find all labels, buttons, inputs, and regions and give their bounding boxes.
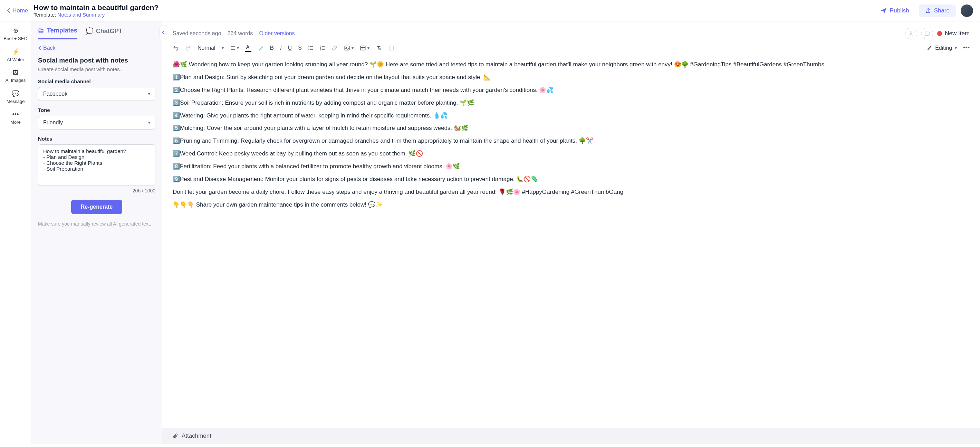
font-color-button[interactable] <box>245 45 251 51</box>
strikethrough-button[interactable]: S <box>298 45 302 51</box>
page-title[interactable]: How to maintain a beautiful garden? <box>33 3 159 12</box>
add-date-button[interactable] <box>921 28 933 40</box>
nav-ai-images[interactable]: 🖼 AI Images <box>6 69 26 83</box>
highlight-button[interactable] <box>258 45 264 51</box>
header-right: Publish Share <box>875 5 973 17</box>
body: ⊕ Brief + SEO ⚡ AI Writer 🖼 AI Images 💬 … <box>0 21 980 444</box>
chevron-down-icon: ▾ <box>955 46 957 51</box>
paragraph[interactable]: 8️⃣Fertilization: Feed your plants with … <box>173 162 970 172</box>
panel-tabs: 🗂 Templates 💭 ChatGPT <box>38 21 155 40</box>
share-button[interactable]: Share <box>919 5 956 17</box>
editing-mode-select[interactable]: Editing ▾ <box>927 45 957 51</box>
paragraph[interactable]: 4️⃣Watering: Give your plants the right … <box>173 111 970 121</box>
svg-rect-11 <box>389 46 393 50</box>
note-icon <box>388 45 395 51</box>
dots-icon: ••• <box>13 111 19 118</box>
svg-point-3 <box>309 47 309 48</box>
panel-subtitle: Create social media post with notes. <box>38 66 155 72</box>
tone-select[interactable]: Friendly ▾ <box>38 116 155 130</box>
older-versions-link[interactable]: Older versions <box>259 30 294 37</box>
nav-more[interactable]: ••• More <box>10 111 21 125</box>
paragraph[interactable]: 2️⃣Choose the Right Plants: Research dif… <box>173 85 970 95</box>
tab-templates[interactable]: 🗂 Templates <box>38 27 77 40</box>
svg-rect-1 <box>925 32 929 36</box>
numbered-list-button[interactable]: 123 <box>320 45 325 51</box>
chevron-left-icon <box>7 8 10 13</box>
templates-icon: 🗂 <box>38 27 44 34</box>
avatar[interactable] <box>961 5 973 17</box>
paragraph[interactable]: 1️⃣Plan and Design: Start by sketching o… <box>173 73 970 83</box>
bullet-list-button[interactable] <box>308 45 313 51</box>
align-button[interactable]: ▾ <box>230 45 239 51</box>
tone-label: Tone <box>38 107 155 113</box>
table-icon <box>360 45 366 51</box>
home-link[interactable]: Home <box>7 7 28 14</box>
tone-value: Friendly <box>43 119 63 126</box>
paragraph[interactable]: 6️⃣Pruning and Trimming: Regularly check… <box>173 136 970 146</box>
add-assignee-button[interactable] <box>905 28 917 40</box>
image-icon: 🖼 <box>13 69 19 76</box>
template-prefix: Template: <box>33 12 57 17</box>
editor-meta: Saved seconds ago 264 words Older versio… <box>162 21 980 40</box>
collapse-panel-button[interactable] <box>159 25 167 40</box>
paragraph[interactable]: 9️⃣Pest and Disease Management: Monitor … <box>173 175 970 185</box>
word-count: 264 words <box>228 30 253 37</box>
nav-message[interactable]: 💬 Message <box>6 90 25 104</box>
target-icon: ⊕ <box>13 27 18 35</box>
table-button[interactable]: ▾ <box>360 45 369 51</box>
clear-format-icon <box>376 45 382 51</box>
saved-status: Saved seconds ago <box>173 30 221 37</box>
paragraph[interactable]: 3️⃣Soil Preparation: Ensure your soil is… <box>173 98 970 108</box>
redo-button[interactable] <box>185 45 191 51</box>
nav-rail: ⊕ Brief + SEO ⚡ AI Writer 🖼 AI Images 💬 … <box>0 21 31 444</box>
back-link[interactable]: Back <box>38 45 155 51</box>
channel-value: Facebook <box>43 91 67 97</box>
share-label: Share <box>934 7 950 14</box>
channel-select[interactable]: Facebook ▾ <box>38 87 155 101</box>
attachment-bar[interactable]: Attachment <box>162 428 980 444</box>
toolbar: Normal ▾ ▾ B I U S 123 ▾ ▾ Editing ▾ ••• <box>162 40 980 56</box>
svg-point-4 <box>309 49 309 50</box>
back-label: Back <box>43 45 56 51</box>
svg-text:3: 3 <box>320 49 321 51</box>
image-button[interactable]: ▾ <box>344 45 353 51</box>
template-link[interactable]: Notes and Summary <box>58 12 105 17</box>
paragraph[interactable]: 👇👇👇 Share your own garden maintenance ti… <box>173 200 970 210</box>
link-button[interactable] <box>331 45 338 51</box>
bullet-list-icon <box>308 45 313 51</box>
tab-chatgpt[interactable]: 💭 ChatGPT <box>86 27 123 40</box>
paperclip-icon <box>173 433 178 439</box>
upload-icon <box>925 8 931 14</box>
chat-icon: 💬 <box>12 90 19 97</box>
svg-rect-8 <box>345 46 350 50</box>
note-button[interactable] <box>388 45 395 51</box>
paragraph[interactable]: Don't let your garden become a daily cho… <box>173 187 970 197</box>
status-new-item[interactable]: New Item <box>937 30 970 37</box>
send-icon <box>880 7 887 14</box>
chevron-down-icon: ▾ <box>352 46 353 51</box>
paragraph[interactable]: 7️⃣Weed Control: Keep pesky weeds at bay… <box>173 149 970 159</box>
left-panel: 🗂 Templates 💭 ChatGPT Back Social media … <box>31 21 162 444</box>
bold-button[interactable]: B <box>270 45 274 51</box>
paragraph[interactable]: 5️⃣Mulching: Cover the soil around your … <box>173 123 970 134</box>
paragraph[interactable]: 🌺🌿 Wondering how to keep your garden loo… <box>173 60 970 70</box>
text-style-value: Normal <box>197 45 215 51</box>
publish-button[interactable]: Publish <box>875 5 914 17</box>
link-icon <box>331 45 338 51</box>
nav-message-label: Message <box>6 99 25 104</box>
notes-counter: 206 / 1000 <box>38 188 155 194</box>
undo-button[interactable] <box>173 45 179 51</box>
toolbar-more-button[interactable]: ••• <box>963 44 970 51</box>
editor-content[interactable]: 🌺🌿 Wondering how to keep your garden loo… <box>162 56 980 428</box>
text-style-select[interactable]: Normal ▾ <box>197 45 224 51</box>
notes-textarea[interactable]: How to maintain a beautiful garden? - Pl… <box>38 145 155 186</box>
underline-button[interactable]: U <box>288 45 292 51</box>
regenerate-button[interactable]: Re-generate <box>71 200 122 214</box>
chevron-down-icon: ▾ <box>368 46 369 51</box>
undo-icon <box>173 45 179 51</box>
clear-format-button[interactable] <box>376 45 382 51</box>
nav-ai-writer[interactable]: ⚡ AI Writer <box>7 48 24 62</box>
italic-button[interactable]: I <box>280 45 282 51</box>
nav-brief-seo[interactable]: ⊕ Brief + SEO <box>4 27 28 41</box>
status-label: New Item <box>945 30 970 37</box>
